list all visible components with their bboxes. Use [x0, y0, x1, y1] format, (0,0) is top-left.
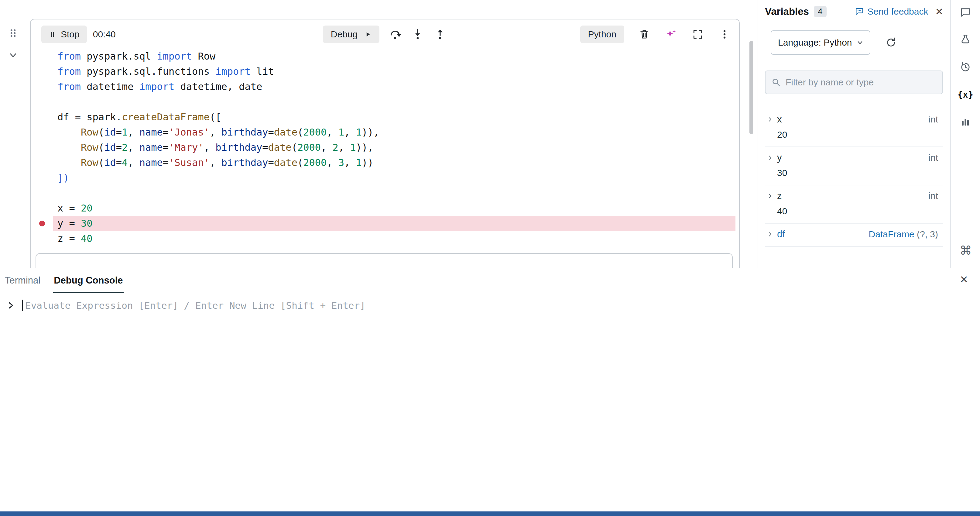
window-bottom-bar: [0, 511, 980, 516]
notebook-cell: Stop 00:40 Debug: [30, 19, 740, 268]
send-feedback-link[interactable]: Send feedback: [854, 6, 928, 17]
history-clock-icon: [959, 61, 972, 73]
code-line[interactable]: df = spark.createDataFrame([: [31, 109, 738, 124]
notebook-region: Stop 00:40 Debug: [0, 0, 980, 268]
stop-button[interactable]: Stop: [41, 25, 87, 43]
variables-count-badge: 4: [814, 6, 827, 18]
right-icon-rail: {x} ⌘: [950, 0, 980, 268]
cell-collapse-chevron-icon[interactable]: [8, 50, 18, 60]
cell-toolbar: Stop 00:40 Debug: [31, 25, 739, 44]
notebook-scrollbar[interactable]: [749, 41, 753, 134]
chevron-down-icon: [856, 38, 864, 47]
variable-explorer-icon: {x}: [958, 89, 973, 100]
search-icon: [771, 77, 781, 88]
chevron-right-icon[interactable]: [765, 154, 775, 161]
delete-cell-button[interactable]: [638, 28, 651, 41]
refresh-icon: [885, 37, 897, 48]
code-line[interactable]: from pyspark.sql.functions import lit: [31, 64, 738, 79]
console-placeholder: Evaluate Expression [Enter] / Enter New …: [25, 300, 366, 311]
variable-row[interactable]: yint: [765, 150, 943, 165]
trash-icon: [638, 29, 650, 40]
run-timer: 00:40: [93, 29, 116, 40]
pause-icon: [49, 30, 57, 38]
code-line[interactable]: x = 20: [31, 201, 738, 216]
variables-filter[interactable]: [765, 70, 943, 94]
comments-button[interactable]: [957, 4, 974, 21]
code-line[interactable]: [31, 185, 738, 201]
variables-panel: Variables 4 Send feedback ×: [757, 0, 950, 268]
version-history-button[interactable]: [957, 59, 974, 76]
flask-icon: [959, 34, 972, 46]
code-line[interactable]: [31, 94, 738, 109]
variable-group: xint20: [765, 109, 943, 147]
bottom-panel-close-icon[interactable]: ×: [960, 272, 968, 286]
variable-type: int: [928, 153, 943, 163]
variable-type: int: [928, 114, 943, 124]
experiments-button[interactable]: [957, 31, 974, 48]
send-feedback-label: Send feedback: [867, 6, 928, 17]
code-line[interactable]: from pyspark.sql import Row: [31, 49, 738, 64]
step-over-button[interactable]: [388, 28, 402, 41]
tab-terminal[interactable]: Terminal: [4, 268, 41, 293]
variable-group: dfDataFrame (?, 3): [765, 224, 943, 247]
libraries-button[interactable]: [957, 113, 974, 131]
variable-row[interactable]: xint: [765, 112, 943, 127]
fullscreen-button[interactable]: [691, 28, 705, 41]
variables-filter-input[interactable]: [786, 77, 937, 88]
bottom-panel-tabs: Terminal Debug Console ×: [0, 268, 980, 293]
cell-menu-button[interactable]: [718, 28, 731, 41]
code-line[interactable]: y = 30: [31, 216, 738, 231]
variable-name: x: [777, 114, 782, 125]
variable-type: DataFrame (?, 3): [869, 229, 943, 239]
debug-console-input[interactable]: Evaluate Expression [Enter] / Enter New …: [0, 293, 980, 318]
code-line[interactable]: ]): [31, 170, 738, 185]
code-line[interactable]: Row(id=1, name='Jonas', birthday=date(20…: [31, 124, 738, 140]
chevron-right-icon[interactable]: [765, 193, 775, 199]
code-line[interactable]: z = 40: [31, 231, 738, 246]
code-line[interactable]: Row(id=2, name='Mary', birthday=date(200…: [31, 140, 738, 155]
play-icon: [364, 31, 372, 38]
variable-type: int: [928, 191, 943, 201]
columns-chart-icon: [959, 116, 972, 128]
language-dropdown[interactable]: Language: Python: [771, 30, 870, 55]
bottom-panel: Terminal Debug Console × Evaluate Expres…: [0, 268, 980, 511]
variable-row[interactable]: dfDataFrame (?, 3): [765, 227, 943, 242]
variables-list: xint20yint30zint40dfDataFrame (?, 3): [765, 109, 943, 247]
variable-value: 20: [777, 127, 943, 142]
variables-close-icon[interactable]: ×: [935, 5, 943, 18]
variable-group: yint30: [765, 147, 943, 185]
comments-icon: [959, 6, 972, 19]
chevron-right-icon[interactable]: [765, 116, 775, 123]
variable-group: zint40: [765, 185, 943, 224]
cell-language-button[interactable]: Python: [580, 25, 624, 43]
text-caret: [22, 299, 23, 311]
code-lines: from pyspark.sql import Rowfrom pyspark.…: [31, 49, 738, 246]
debug-run-button[interactable]: Debug: [323, 25, 379, 43]
variable-value: 30: [777, 165, 943, 180]
prompt-chevron-icon: [6, 301, 15, 310]
step-into-button[interactable]: [411, 28, 425, 41]
chevron-right-icon[interactable]: [765, 231, 775, 237]
feedback-bubble-icon: [854, 7, 864, 16]
debug-button-label: Debug: [331, 29, 358, 40]
code-line[interactable]: from datetime import datetime, date: [31, 79, 738, 94]
refresh-variables-button[interactable]: [884, 36, 898, 49]
variable-row[interactable]: zint: [765, 188, 943, 204]
code-line[interactable]: Row(id=4, name='Susan', birthday=date(20…: [31, 155, 738, 170]
stop-button-label: Stop: [61, 29, 80, 40]
next-cell-top[interactable]: [35, 253, 733, 268]
step-out-button[interactable]: [433, 28, 447, 41]
assistant-button[interactable]: [664, 28, 678, 41]
variable-explorer-button[interactable]: {x}: [957, 86, 974, 103]
kebab-menu-icon: [719, 29, 730, 40]
variable-name: z: [777, 191, 782, 201]
variable-name: y: [777, 152, 782, 163]
assistant-sparkle-icon: [665, 28, 677, 40]
step-out-icon: [434, 28, 446, 40]
shortcuts-button[interactable]: ⌘: [951, 244, 980, 257]
tab-debug-console[interactable]: Debug Console: [53, 268, 123, 293]
step-into-icon: [412, 28, 424, 40]
variable-name[interactable]: df: [777, 229, 785, 240]
step-over-icon: [389, 28, 401, 40]
cell-drag-handle-icon[interactable]: [7, 27, 19, 39]
